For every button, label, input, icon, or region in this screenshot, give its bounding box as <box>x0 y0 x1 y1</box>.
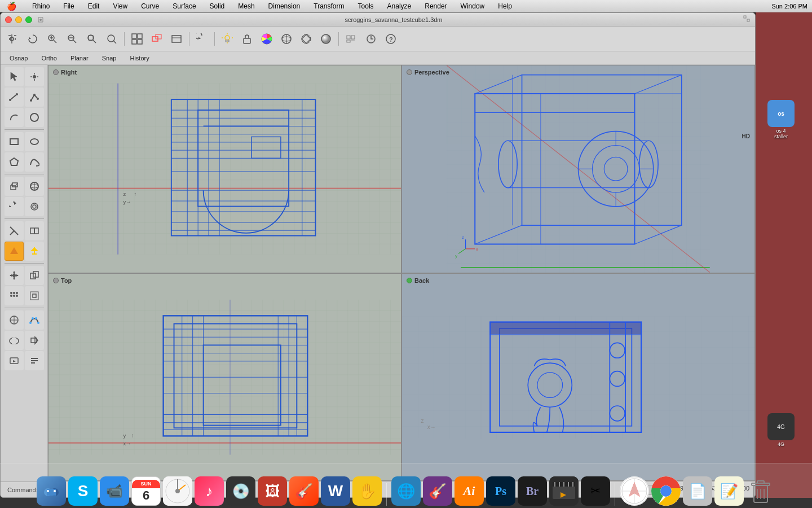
viewport-right[interactable]: Right <box>48 65 401 273</box>
display-mode-button[interactable] <box>342 30 360 48</box>
dock-bridge[interactable]: Br <box>518 476 547 506</box>
zoom-window-button[interactable] <box>103 30 121 48</box>
dock-finder[interactable] <box>37 476 66 506</box>
zoom-tool-button[interactable] <box>43 30 61 48</box>
menu-help[interactable]: Help <box>496 2 514 10</box>
dock-calendar[interactable]: SUN 6 <box>131 476 161 506</box>
record-history-tool[interactable] <box>25 242 44 261</box>
four-view-button[interactable] <box>128 30 146 48</box>
perspective-view-button[interactable] <box>148 30 166 48</box>
menu-transform[interactable]: Transform <box>311 2 346 10</box>
osnap-tool[interactable] <box>5 310 24 330</box>
polygon-tool[interactable] <box>5 152 24 172</box>
render-tool[interactable] <box>5 351 24 370</box>
ellipse-tool[interactable] <box>25 132 44 151</box>
menu-surface[interactable]: Surface <box>170 2 198 10</box>
help-button[interactable]: ? <box>382 30 400 48</box>
sphere-tool[interactable] <box>25 177 44 196</box>
dock-dockhit[interactable]: ✋ <box>352 476 382 506</box>
boolean-diff-tool[interactable] <box>25 331 44 350</box>
dock-photos[interactable] <box>163 476 192 506</box>
boolean-union-tool[interactable] <box>5 331 24 350</box>
dock-notes[interactable]: 📝 <box>714 476 744 506</box>
control-points-tool[interactable] <box>25 310 44 330</box>
line-tool[interactable] <box>5 87 24 107</box>
history-toggle[interactable]: History <box>130 55 149 62</box>
menu-file[interactable]: File <box>61 2 76 10</box>
gumball-tool[interactable] <box>5 242 24 261</box>
dock-itunes[interactable]: ♪ <box>195 476 224 506</box>
osnap-toggle[interactable]: Osnap <box>10 55 28 62</box>
rotate-tool-button[interactable] <box>24 30 42 48</box>
dock-word[interactable]: W <box>321 476 350 506</box>
pan-tool-button[interactable] <box>4 30 22 48</box>
maximize-button[interactable] <box>25 16 32 23</box>
properties-button[interactable] <box>362 30 380 48</box>
move-tool[interactable] <box>5 266 24 285</box>
rectangle-tool[interactable] <box>5 132 24 151</box>
dock-guitar[interactable]: 🎸 <box>423 476 452 506</box>
wireframe-button[interactable] <box>297 30 315 48</box>
render-sphere-button[interactable] <box>277 30 295 48</box>
minimize-button[interactable] <box>15 16 22 23</box>
shaded-button[interactable] <box>317 30 335 48</box>
apple-menu[interactable]: 🍎 <box>5 2 19 11</box>
ortho-toggle[interactable]: Ortho <box>41 55 57 62</box>
planar-toggle[interactable]: Planar <box>70 55 89 62</box>
dock-browser[interactable]: 🌐 <box>391 476 421 506</box>
named-views-button[interactable] <box>167 30 186 48</box>
undo-button[interactable] <box>193 30 211 48</box>
desktop-icon-4g[interactable]: 4G 4G <box>764 413 798 447</box>
trim-tool[interactable] <box>5 221 24 240</box>
dock-safari[interactable] <box>620 476 649 506</box>
circle-tool[interactable] <box>25 108 44 127</box>
viewport-back[interactable]: Back <box>401 273 755 481</box>
menu-render[interactable]: Render <box>422 2 449 10</box>
menu-edit[interactable]: Edit <box>86 2 102 10</box>
array-tool[interactable] <box>5 286 24 305</box>
menu-solid[interactable]: Solid <box>208 2 227 10</box>
rotate-3d-tool[interactable] <box>5 197 24 216</box>
viewport-top[interactable]: Top <box>48 273 401 481</box>
zoom-extent-button[interactable] <box>83 30 101 48</box>
viewport-perspective[interactable]: Perspective <box>401 65 755 273</box>
scale-tool[interactable] <box>25 286 44 305</box>
extrude-tool[interactable] <box>5 177 24 196</box>
menu-window[interactable]: Window <box>458 2 487 10</box>
menu-analyze[interactable]: Analyze <box>385 2 414 10</box>
dock-garageband[interactable]: 🎸 <box>289 476 319 506</box>
color-wheel-button[interactable] <box>258 30 276 48</box>
zoom-out-button[interactable] <box>63 30 81 48</box>
dock-photoshop[interactable]: Ps <box>486 476 515 506</box>
dock-dvd[interactable]: 💿 <box>226 476 255 506</box>
polyline-tool[interactable] <box>25 87 44 107</box>
desktop-icon-os4[interactable]: os os 4staller <box>764 100 798 139</box>
menu-curve[interactable]: Curve <box>139 2 161 10</box>
split-tool[interactable] <box>25 221 44 240</box>
menu-mesh[interactable]: Mesh <box>236 2 257 10</box>
revolve-tool[interactable] <box>25 197 44 216</box>
menu-rhino[interactable]: Rhino <box>30 2 52 10</box>
freeform-tool[interactable] <box>25 152 44 172</box>
copy-tool[interactable] <box>25 266 44 285</box>
close-button[interactable] <box>5 16 12 23</box>
lock-button[interactable] <box>238 30 256 48</box>
dock-zoom[interactable]: 📹 <box>100 476 129 506</box>
dock-chrome[interactable] <box>651 476 681 506</box>
point-tool[interactable] <box>25 67 44 86</box>
dock-imagecapture[interactable]: 🖼 <box>258 476 287 506</box>
worksession-tool[interactable] <box>25 351 44 370</box>
dock-trash[interactable] <box>746 476 775 506</box>
dock-finder2[interactable]: 📄 <box>683 476 712 506</box>
menu-tools[interactable]: Tools <box>356 2 376 10</box>
dock-illustrator[interactable]: Ai <box>454 476 484 506</box>
snap-toggle[interactable]: Snap <box>102 55 117 62</box>
select-tool[interactable] <box>5 67 24 86</box>
dock-finalcut[interactable]: ✂ <box>581 476 610 506</box>
lights-button[interactable] <box>218 30 236 48</box>
full-screen-button[interactable] <box>743 15 751 25</box>
dock-premiere[interactable] <box>549 476 579 506</box>
menu-view[interactable]: View <box>111 2 130 10</box>
menu-dimension[interactable]: Dimension <box>266 2 303 10</box>
arc-tool[interactable] <box>5 108 24 127</box>
